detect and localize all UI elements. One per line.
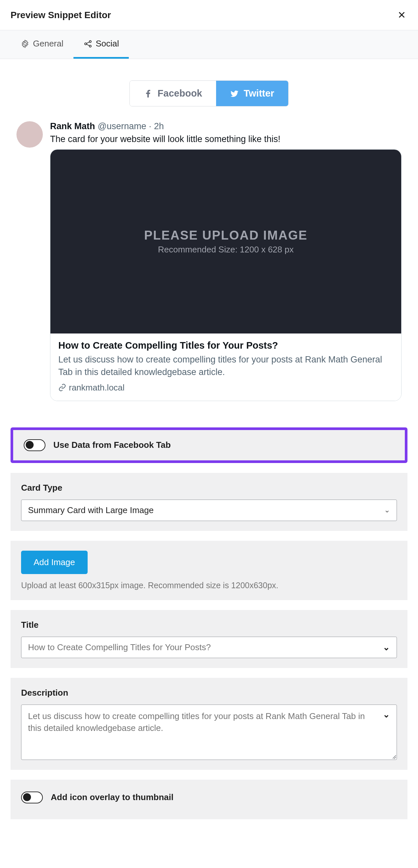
page-title: Preview Snippet Editor [10, 10, 111, 21]
tab-twitter[interactable]: Twitter [216, 81, 288, 106]
tweet-header: Rank Math @username · 2h [50, 121, 401, 131]
title-section: Title ⌄ [10, 610, 408, 668]
social-tab-switch: Facebook Twitter [0, 81, 418, 106]
svg-point-0 [24, 42, 26, 45]
image-section: Add Image Upload at least 600x315px imag… [10, 541, 408, 600]
tweet-card: PLEASE UPLOAD IMAGE Recommended Size: 12… [50, 149, 401, 401]
twitter-icon [230, 89, 239, 98]
svg-point-3 [89, 45, 91, 47]
card-type-section: Card Type Summary Card with Large Image … [10, 473, 408, 531]
tab-social[interactable]: Social [73, 30, 129, 59]
tweet-author-handle: @username [98, 121, 146, 131]
tweet-card-domain: rankmath.local [69, 382, 125, 393]
card-type-label: Card Type [21, 483, 397, 493]
overlay-toggle[interactable] [21, 792, 43, 803]
svg-line-4 [86, 42, 89, 43]
description-section: Description ⌄ [10, 678, 408, 770]
tweet-card-link: rankmath.local [58, 382, 393, 393]
tab-general[interactable]: General [10, 30, 73, 59]
overlay-section: Add icon overlay to thumbnail [10, 780, 408, 819]
svg-line-5 [86, 44, 89, 45]
resize-handle-icon[interactable] [391, 754, 396, 759]
use-facebook-data-section: Use Data from Facebook Tab [10, 427, 408, 463]
tweet-preview: Rank Math @username · 2h The card for yo… [17, 121, 401, 401]
description-textarea[interactable] [28, 710, 374, 753]
tweet-text: The card for your website will look litt… [50, 134, 401, 144]
facebook-icon [143, 89, 153, 98]
close-icon[interactable]: ✕ [396, 9, 408, 21]
title-input-wrap: ⌄ [21, 637, 397, 658]
svg-point-1 [85, 43, 87, 45]
share-icon [83, 39, 93, 49]
use-facebook-toggle[interactable] [24, 439, 45, 451]
tab-general-label: General [33, 38, 64, 49]
title-variables-dropdown[interactable]: ⌄ [383, 642, 390, 652]
use-facebook-label: Use Data from Facebook Tab [53, 440, 171, 450]
tweet-card-image-placeholder: PLEASE UPLOAD IMAGE Recommended Size: 12… [51, 150, 401, 334]
tweet-card-description: Let us discuss how to create compelling … [58, 353, 393, 379]
svg-point-2 [89, 40, 91, 42]
gear-icon [21, 39, 30, 49]
chevron-down-icon: ⌄ [384, 506, 390, 515]
tab-facebook[interactable]: Facebook [130, 81, 216, 106]
card-type-value: Summary Card with Large Image [28, 505, 154, 516]
upload-placeholder-line1: PLEASE UPLOAD IMAGE [144, 228, 307, 243]
tab-twitter-label: Twitter [244, 88, 275, 99]
tweet-separator: · [149, 121, 152, 131]
add-image-button[interactable]: Add Image [21, 551, 88, 574]
tab-facebook-label: Facebook [157, 88, 202, 99]
description-textarea-wrap: ⌄ [21, 705, 397, 760]
add-image-help: Upload at least 600x315px image. Recomme… [21, 581, 397, 590]
title-input[interactable] [28, 642, 380, 652]
tweet-timestamp: 2h [154, 121, 164, 131]
upload-placeholder-line2: Recommended Size: 1200 x 628 px [158, 245, 294, 255]
tweet-author-name: Rank Math [50, 121, 95, 131]
link-icon [58, 383, 66, 392]
description-variables-dropdown[interactable]: ⌄ [383, 710, 390, 720]
avatar [17, 121, 43, 148]
tab-social-label: Social [96, 38, 119, 49]
description-label: Description [21, 688, 397, 698]
card-type-select[interactable]: Summary Card with Large Image ⌄ [21, 500, 397, 521]
tweet-card-title: How to Create Compelling Titles for Your… [58, 340, 393, 351]
overlay-label: Add icon overlay to thumbnail [51, 792, 173, 802]
header: Preview Snippet Editor ✕ [0, 0, 418, 30]
title-label: Title [21, 620, 397, 630]
main-tabs: General Social [0, 30, 418, 59]
